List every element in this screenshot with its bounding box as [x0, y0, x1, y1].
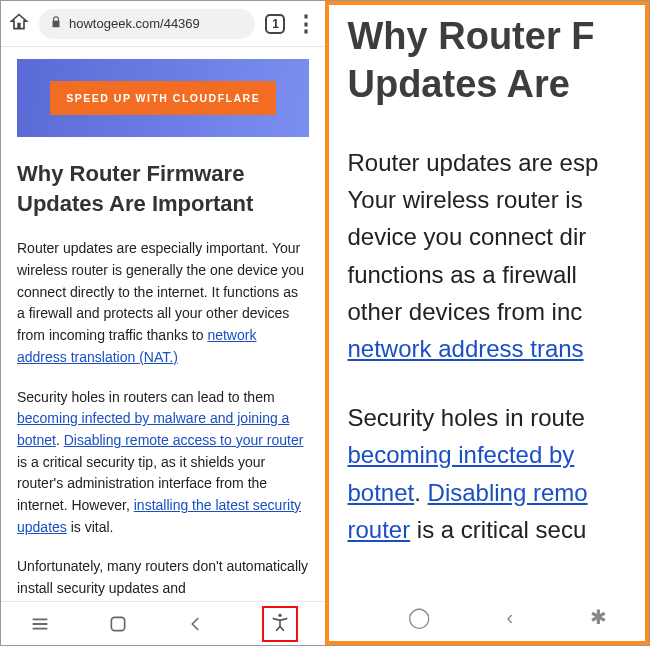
zoom-accessibility-icon: ✱	[590, 605, 607, 629]
article-p3: Unfortunately, many routers don't automa…	[17, 556, 309, 599]
phone-zoomed: Why Router F Updates Are Router updates …	[325, 1, 649, 645]
svg-point-1	[279, 613, 282, 616]
recents-icon[interactable]	[28, 612, 52, 636]
accessibility-icon[interactable]	[270, 612, 290, 636]
zoom-p1: Router updates are esp Your wireless rou…	[347, 144, 645, 367]
browser-toolbar: howtogeek.com/44369 1 ⋮	[1, 1, 325, 47]
cloudflare-cta-button[interactable]: SPEED UP WITH CLOUDFLARE	[50, 81, 276, 115]
disable-remote-link[interactable]: Disabling remote access to your router	[64, 432, 304, 448]
tab-count-button[interactable]: 1	[265, 14, 285, 34]
zoom-h-l2: Updates Are	[347, 63, 569, 105]
lock-icon	[49, 15, 63, 32]
home-icon[interactable]	[9, 12, 29, 36]
zoom-back-icon: ‹	[506, 606, 513, 629]
zoom-router-link[interactable]: router	[347, 516, 410, 543]
zoom-p2: Security holes in route becoming infecte…	[347, 399, 645, 548]
zoom-navbar-ghost: ◯ ‹ ✱	[329, 597, 645, 637]
accessibility-button-highlight	[262, 606, 298, 642]
phone-navbar	[1, 601, 325, 645]
zoom-botnet-link-2[interactable]: botnet	[347, 479, 414, 506]
url-bar[interactable]: howtogeek.com/44369	[39, 9, 255, 39]
tab-count-value: 1	[272, 17, 279, 31]
zoom-p2-tail: is a critical secu	[410, 516, 586, 543]
article-p2: Security holes in routers can lead to th…	[17, 387, 309, 539]
zoom-p2-l1: Security holes in route	[347, 404, 584, 431]
zoom-heading: Why Router F Updates Are	[347, 13, 645, 108]
zoom-p1-l1: Router updates are esp	[347, 149, 598, 176]
back-icon[interactable]	[184, 612, 208, 636]
zoom-botnet-link[interactable]: becoming infected by	[347, 441, 574, 468]
svg-rect-0	[111, 617, 124, 630]
phone-normal: howtogeek.com/44369 1 ⋮ SPEED UP WITH CL…	[1, 1, 325, 645]
p2-text-b: .	[56, 432, 64, 448]
ad-banner: SPEED UP WITH CLOUDFLARE	[17, 59, 309, 137]
zoom-p1-l2: Your wireless router is	[347, 186, 582, 213]
zoom-disable-link[interactable]: Disabling remo	[428, 479, 588, 506]
zoom-nat-link[interactable]: network address trans	[347, 335, 583, 362]
p2-text-d: is vital.	[67, 519, 114, 535]
overflow-menu-icon[interactable]: ⋮	[295, 13, 317, 35]
article-p1: Router updates are especially important.…	[17, 238, 309, 368]
url-text: howtogeek.com/44369	[69, 16, 200, 31]
zoom-p1-l3: device you connect dir	[347, 223, 586, 250]
zoom-home-icon: ◯	[408, 605, 430, 629]
zoom-p1-l5: other devices from inc	[347, 298, 582, 325]
article-heading: Why Router Firmware Updates Are Importan…	[17, 159, 309, 218]
zoom-p2-mid: .	[414, 479, 427, 506]
p2-text-a: Security holes in routers can lead to th…	[17, 389, 275, 405]
p1-text: Router updates are especially important.…	[17, 240, 304, 343]
zoom-p1-l4: functions as a firewall	[347, 261, 576, 288]
zoom-h-l1: Why Router F	[347, 15, 594, 57]
page-content: SPEED UP WITH CLOUDFLARE Why Router Firm…	[1, 47, 325, 601]
home-nav-icon[interactable]	[106, 612, 130, 636]
